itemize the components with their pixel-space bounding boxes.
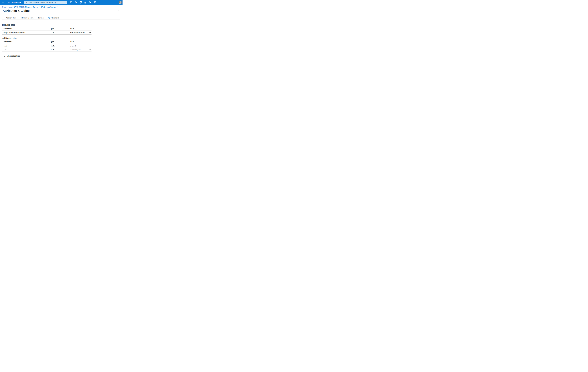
svg-text:?: ? xyxy=(89,1,90,3)
svg-text:6: 6 xyxy=(81,1,82,2)
